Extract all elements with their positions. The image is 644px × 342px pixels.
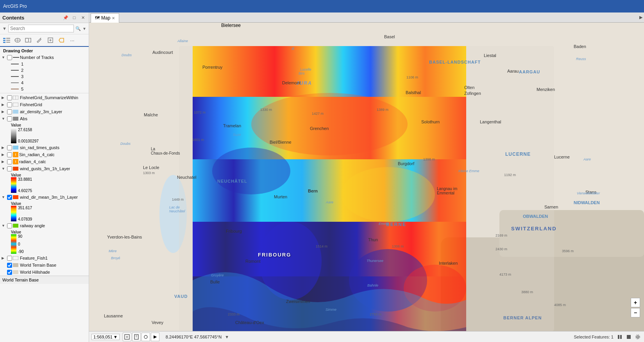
- map-canvas[interactable]: JURA BASEL-LANDSCHAFT NEUCHÂTEL BERNE FR…: [89, 23, 644, 331]
- layer-feature-fish[interactable]: ▶ Feature_Fish1: [0, 255, 89, 262]
- radian4-name: radian_4_calc: [19, 159, 46, 164]
- map-icon: 🗺: [95, 15, 100, 21]
- fishnet-summarize-name: FishnetGrid_SummarizeWithin: [20, 95, 78, 100]
- filter-icon: ▼: [2, 26, 7, 31]
- stop-button[interactable]: [625, 333, 633, 341]
- pause-button[interactable]: [616, 333, 624, 341]
- tab-scroll-right[interactable]: ▶: [639, 15, 642, 20]
- layer-wind-dir[interactable]: ▼ wind_dir_mean_3m_1h_Layer: [0, 194, 89, 201]
- search-dropdown-icon[interactable]: ▼: [82, 27, 86, 31]
- zoom-out-button[interactable]: −: [631, 308, 640, 317]
- add-preset-icon[interactable]: [46, 36, 55, 45]
- fishnetgrid-arrow: ▶: [2, 103, 6, 107]
- world-terrain-icon: [13, 263, 19, 267]
- layer-sin-rad-gusts[interactable]: ▶ sin_rad_times_gusts: [0, 144, 89, 151]
- label-icon[interactable]: [57, 36, 66, 45]
- world-hillshade-checkbox[interactable]: [7, 270, 12, 275]
- edit-icon[interactable]: [35, 36, 44, 45]
- layer-fishnet-summarize[interactable]: ▶ FishnetGrid_SummarizeWithin: [0, 94, 89, 101]
- sin-rad-arrow: ▶: [2, 146, 6, 150]
- fishnet-summarize-icon: [13, 96, 19, 100]
- fishnetgrid-checkbox[interactable]: [7, 102, 12, 107]
- layer-abs[interactable]: ▼ Abs: [0, 115, 89, 122]
- close-icon[interactable]: ✕: [79, 14, 86, 21]
- tracks-checkbox[interactable]: [7, 55, 12, 60]
- sync-button[interactable]: [141, 333, 150, 341]
- tab-close-icon[interactable]: ✕: [112, 16, 115, 20]
- tracks-expand-arrow: ▼: [2, 55, 6, 59]
- sidebar: Contents 📌 □ ✕ ▼ 🔍 ▼: [0, 12, 89, 342]
- abs-checkbox[interactable]: [7, 116, 12, 121]
- nav-forward-button[interactable]: ▶: [151, 333, 159, 341]
- toolbar-row: ···: [0, 34, 89, 47]
- abs-legend-section: Value 27.6158 0.00100297: [0, 122, 89, 144]
- layer-wind-gusts[interactable]: ▼ wind_gusts_3m_1h_Layer: [0, 165, 89, 172]
- abs-high-value: 27.6158: [18, 128, 39, 132]
- air-density-checkbox[interactable]: [7, 109, 12, 114]
- track-item-3: 3: [0, 73, 89, 80]
- more-options-icon[interactable]: ···: [68, 36, 77, 45]
- world-terrain-name: World Terrain Base: [20, 263, 56, 267]
- settings-button[interactable]: [634, 333, 642, 341]
- bookmarks-button[interactable]: [132, 333, 141, 341]
- tracks-group-header[interactable]: ▼ Number of Tracks: [0, 54, 89, 61]
- feature-fish-checkbox[interactable]: [7, 256, 12, 261]
- search-input[interactable]: [8, 25, 74, 32]
- selected-features-status: Selected Features: 1: [574, 335, 614, 339]
- world-hillshade-icon: [13, 270, 19, 274]
- layer-air-density[interactable]: ▶ air_density_3m_Layer: [0, 108, 89, 115]
- radian4-checkbox[interactable]: [7, 159, 12, 164]
- world-terrain-checkbox[interactable]: [7, 263, 12, 268]
- map-tab[interactable]: 🗺 Map ✕: [91, 13, 119, 23]
- abs-values: 27.6158 0.00100297: [18, 128, 39, 143]
- svg-rect-4: [6, 40, 10, 41]
- wind-dir-checkbox[interactable]: [7, 195, 12, 200]
- svg-rect-0: [3, 38, 5, 39]
- railway-checkbox[interactable]: [7, 223, 12, 228]
- svg-rect-51: [618, 335, 619, 339]
- railway-icon: [13, 224, 19, 228]
- track-label-4: 4: [21, 80, 23, 85]
- layer-railway-angle[interactable]: ▼ railway angle: [0, 222, 89, 229]
- svg-point-40: [212, 148, 290, 194]
- sin-radian4-checkbox[interactable]: [7, 152, 12, 157]
- svg-point-39: [251, 93, 408, 155]
- wind-gusts-checkbox[interactable]: [7, 166, 12, 171]
- railway-legend-section: Value 90 0 -90: [0, 229, 89, 255]
- pin-icon[interactable]: 📌: [62, 14, 69, 21]
- zoom-in-button[interactable]: +: [631, 298, 640, 307]
- track-line-2: [11, 70, 19, 71]
- layer-sin-radian-4[interactable]: ▶ ! Sin_radian_4_calc: [0, 151, 89, 158]
- list-by-drawing-order-icon[interactable]: [2, 36, 11, 45]
- sin-rad-name: sin_rad_times_gusts: [20, 145, 59, 150]
- sin-rad-checkbox[interactable]: [7, 145, 12, 150]
- sin-radian4-name: Sin_radian_4_calc: [19, 152, 55, 157]
- scale-selector[interactable]: 1:569,051 ▼: [91, 334, 120, 340]
- map-tab-label: Map: [101, 15, 110, 21]
- app-title: ArcGIS Pro: [3, 4, 27, 9]
- layer-fishnetgrid[interactable]: ▶ FishnetGrid: [0, 101, 89, 108]
- fishnet-summarize-checkbox[interactable]: [7, 95, 12, 100]
- abs-icon: [13, 117, 19, 121]
- search-icon[interactable]: 🔍: [75, 26, 81, 31]
- bottom-layer-label: World Terrain Base: [0, 276, 89, 284]
- air-density-icon: [13, 110, 19, 114]
- map-tabs: 🗺 Map ✕ ▶: [89, 12, 644, 23]
- list-by-selection-icon[interactable]: [24, 36, 33, 45]
- wind-dir-high: 351.617: [18, 206, 32, 210]
- layer-world-hillshade[interactable]: ▶ World Hillshade: [0, 269, 89, 276]
- wind-dir-gradient: [11, 206, 16, 221]
- abs-value-label: Value: [11, 123, 87, 128]
- zoom-full-button[interactable]: [123, 333, 131, 341]
- right-status-area: Selected Features: 1: [574, 333, 642, 341]
- float-icon[interactable]: □: [71, 14, 78, 21]
- layer-radian-4[interactable]: ▶ ! radian_4_calc: [0, 158, 89, 165]
- svg-rect-22: [13, 167, 18, 171]
- abs-gradient: [11, 128, 16, 143]
- wind-dir-arrow: ▼: [2, 195, 6, 199]
- list-by-source-icon[interactable]: [13, 36, 22, 45]
- scale-dropdown-icon: ▼: [113, 335, 118, 339]
- contents-body[interactable]: Drawing Order ▼ Number of Tracks 1: [0, 47, 89, 342]
- layer-world-terrain[interactable]: ▶ World Terrain Base: [0, 262, 89, 269]
- railway-arrow: ▼: [2, 224, 6, 228]
